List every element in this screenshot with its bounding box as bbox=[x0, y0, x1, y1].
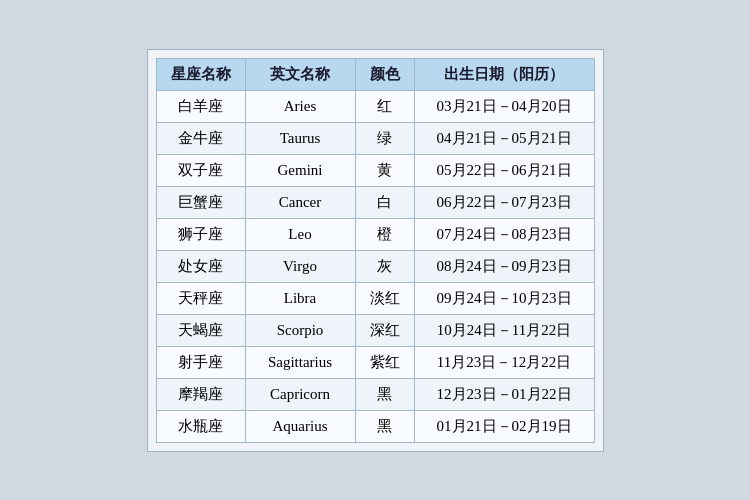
cell-english: Gemini bbox=[245, 154, 355, 186]
cell-color: 黄 bbox=[355, 154, 414, 186]
zodiac-table-container: 星座名称 英文名称 颜色 出生日期（阳历） 白羊座Aries红03月21日－04… bbox=[147, 49, 604, 452]
cell-chinese: 天秤座 bbox=[156, 282, 245, 314]
cell-color: 绿 bbox=[355, 122, 414, 154]
cell-color: 紫红 bbox=[355, 346, 414, 378]
cell-date: 04月21日－05月21日 bbox=[414, 122, 594, 154]
cell-english: Virgo bbox=[245, 250, 355, 282]
table-row: 天蝎座Scorpio深红10月24日－11月22日 bbox=[156, 314, 594, 346]
cell-english: Libra bbox=[245, 282, 355, 314]
table-row: 双子座Gemini黄05月22日－06月21日 bbox=[156, 154, 594, 186]
cell-english: Leo bbox=[245, 218, 355, 250]
table-row: 水瓶座Aquarius黑01月21日－02月19日 bbox=[156, 410, 594, 442]
cell-color: 深红 bbox=[355, 314, 414, 346]
cell-chinese: 摩羯座 bbox=[156, 378, 245, 410]
table-row: 处女座Virgo灰08月24日－09月23日 bbox=[156, 250, 594, 282]
cell-date: 08月24日－09月23日 bbox=[414, 250, 594, 282]
table-row: 白羊座Aries红03月21日－04月20日 bbox=[156, 90, 594, 122]
cell-date: 10月24日－11月22日 bbox=[414, 314, 594, 346]
cell-color: 白 bbox=[355, 186, 414, 218]
cell-chinese: 巨蟹座 bbox=[156, 186, 245, 218]
header-color: 颜色 bbox=[355, 58, 414, 90]
cell-chinese: 射手座 bbox=[156, 346, 245, 378]
cell-english: Aquarius bbox=[245, 410, 355, 442]
header-date: 出生日期（阳历） bbox=[414, 58, 594, 90]
cell-english: Capricorn bbox=[245, 378, 355, 410]
cell-date: 11月23日－12月22日 bbox=[414, 346, 594, 378]
header-english: 英文名称 bbox=[245, 58, 355, 90]
cell-english: Scorpio bbox=[245, 314, 355, 346]
cell-date: 06月22日－07月23日 bbox=[414, 186, 594, 218]
header-chinese: 星座名称 bbox=[156, 58, 245, 90]
cell-color: 橙 bbox=[355, 218, 414, 250]
cell-chinese: 天蝎座 bbox=[156, 314, 245, 346]
table-row: 狮子座Leo橙07月24日－08月23日 bbox=[156, 218, 594, 250]
cell-chinese: 白羊座 bbox=[156, 90, 245, 122]
cell-english: Cancer bbox=[245, 186, 355, 218]
cell-date: 03月21日－04月20日 bbox=[414, 90, 594, 122]
cell-english: Taurus bbox=[245, 122, 355, 154]
cell-english: Aries bbox=[245, 90, 355, 122]
cell-date: 12月23日－01月22日 bbox=[414, 378, 594, 410]
table-row: 摩羯座Capricorn黑12月23日－01月22日 bbox=[156, 378, 594, 410]
cell-date: 01月21日－02月19日 bbox=[414, 410, 594, 442]
table-row: 天秤座Libra淡红09月24日－10月23日 bbox=[156, 282, 594, 314]
table-row: 射手座Sagittarius紫红11月23日－12月22日 bbox=[156, 346, 594, 378]
cell-chinese: 水瓶座 bbox=[156, 410, 245, 442]
cell-color: 黑 bbox=[355, 378, 414, 410]
cell-color: 黑 bbox=[355, 410, 414, 442]
cell-color: 淡红 bbox=[355, 282, 414, 314]
zodiac-table: 星座名称 英文名称 颜色 出生日期（阳历） 白羊座Aries红03月21日－04… bbox=[156, 58, 595, 443]
cell-chinese: 金牛座 bbox=[156, 122, 245, 154]
cell-chinese: 狮子座 bbox=[156, 218, 245, 250]
cell-date: 05月22日－06月21日 bbox=[414, 154, 594, 186]
cell-date: 07月24日－08月23日 bbox=[414, 218, 594, 250]
table-row: 金牛座Taurus绿04月21日－05月21日 bbox=[156, 122, 594, 154]
cell-color: 灰 bbox=[355, 250, 414, 282]
table-row: 巨蟹座Cancer白06月22日－07月23日 bbox=[156, 186, 594, 218]
cell-date: 09月24日－10月23日 bbox=[414, 282, 594, 314]
cell-chinese: 处女座 bbox=[156, 250, 245, 282]
cell-color: 红 bbox=[355, 90, 414, 122]
cell-chinese: 双子座 bbox=[156, 154, 245, 186]
cell-english: Sagittarius bbox=[245, 346, 355, 378]
